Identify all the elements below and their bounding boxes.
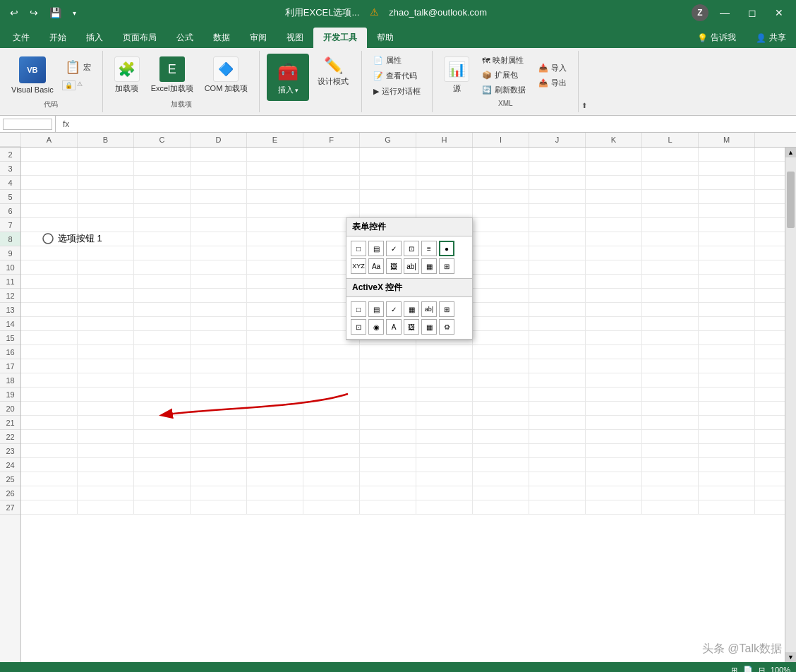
design-mode-button[interactable]: ✏️ 设计模式 xyxy=(312,54,354,90)
cell-I16[interactable] xyxy=(473,345,529,359)
cell-B5[interactable] xyxy=(78,190,134,204)
row-header-2[interactable]: 2 xyxy=(0,148,20,162)
row-header-14[interactable]: 14 xyxy=(0,317,20,331)
scroll-up-button[interactable]: ▲ xyxy=(785,148,796,157)
cell-E25[interactable] xyxy=(247,472,303,486)
cell-G6[interactable] xyxy=(360,204,416,218)
cell-A21[interactable] xyxy=(21,416,78,430)
cell-D22[interactable] xyxy=(191,430,247,444)
cell-M24[interactable] xyxy=(699,458,755,472)
cell-J12[interactable] xyxy=(529,289,586,303)
restore-button[interactable]: ◻ xyxy=(741,4,764,21)
cell-K21[interactable] xyxy=(586,416,642,430)
row-header-9[interactable]: 9 xyxy=(0,246,20,260)
cell-J3[interactable] xyxy=(529,162,586,176)
cell-B3[interactable] xyxy=(78,162,134,176)
cell-J27[interactable] xyxy=(529,500,586,515)
cell-M13[interactable] xyxy=(699,303,755,317)
cell-J5[interactable] xyxy=(529,190,586,204)
cell-F22[interactable] xyxy=(303,430,360,444)
cell-D12[interactable] xyxy=(191,289,247,303)
cell-D26[interactable] xyxy=(191,486,247,500)
cell-D4[interactable] xyxy=(191,176,247,190)
row-header-24[interactable]: 24 xyxy=(0,458,20,472)
cell-D19[interactable] xyxy=(191,388,247,402)
cell-K3[interactable] xyxy=(586,162,642,176)
cell-A10[interactable] xyxy=(21,260,78,275)
cell-E10[interactable] xyxy=(247,260,303,275)
macro-button[interactable]: 📋 宏 xyxy=(61,56,95,78)
cell-M6[interactable] xyxy=(699,204,755,218)
cell-G22[interactable] xyxy=(360,430,416,444)
activex-checkbox[interactable]: ✓ xyxy=(386,301,402,317)
cell-G24[interactable] xyxy=(360,458,416,472)
cell-D11[interactable] xyxy=(191,275,247,289)
cell-H19[interactable] xyxy=(416,388,473,402)
row-header-23[interactable]: 23 xyxy=(0,444,20,458)
row-header-4[interactable]: 4 xyxy=(0,176,20,190)
cell-H23[interactable] xyxy=(416,444,473,458)
cell-F21[interactable] xyxy=(303,416,360,430)
cell-D9[interactable] xyxy=(191,246,247,260)
cell-M12[interactable] xyxy=(699,289,755,303)
form-control-label[interactable]: XYZ xyxy=(351,258,366,274)
cell-A26[interactable] xyxy=(21,486,78,500)
cell-E3[interactable] xyxy=(247,162,303,176)
cell-G23[interactable] xyxy=(360,444,416,458)
cell-L6[interactable] xyxy=(642,204,699,218)
cell-I3[interactable] xyxy=(473,162,529,176)
activex-radio[interactable]: ◉ xyxy=(368,319,384,335)
cell-B13[interactable] xyxy=(78,303,134,317)
cell-A27[interactable] xyxy=(21,500,78,515)
cell-I17[interactable] xyxy=(473,359,529,373)
activex-listbox[interactable]: ▦ xyxy=(404,301,419,317)
cell-L8[interactable] xyxy=(642,232,699,246)
cell-F18[interactable] xyxy=(303,373,360,388)
cell-D23[interactable] xyxy=(191,444,247,458)
cell-M23[interactable] xyxy=(699,444,755,458)
cell-L17[interactable] xyxy=(642,359,699,373)
row-header-19[interactable]: 19 xyxy=(0,388,20,402)
form-control-spinner[interactable]: ⊡ xyxy=(404,241,419,256)
run-dialog-button[interactable]: ▶ 运行对话框 xyxy=(369,85,425,98)
cell-M21[interactable] xyxy=(699,416,755,430)
cell-H16[interactable] xyxy=(416,345,473,359)
macro-security-icon[interactable]: 🔒 xyxy=(62,80,76,90)
view-code-button[interactable]: 📝 查看代码 xyxy=(369,69,425,83)
cell-L18[interactable] xyxy=(642,373,699,388)
row-header-20[interactable]: 20 xyxy=(0,402,20,416)
cell-B12[interactable] xyxy=(78,289,134,303)
cell-D16[interactable] xyxy=(191,345,247,359)
customize-qat-button[interactable]: ▾ xyxy=(68,8,80,18)
cell-F24[interactable] xyxy=(303,458,360,472)
cell-F19[interactable] xyxy=(303,388,360,402)
cell-C14[interactable] xyxy=(134,317,191,331)
cell-A24[interactable] xyxy=(21,458,78,472)
cell-H24[interactable] xyxy=(416,458,473,472)
vertical-scrollbar[interactable]: ▲ ▼ xyxy=(785,148,796,662)
cell-J16[interactable] xyxy=(529,345,586,359)
com-addins-button[interactable]: 🔷 COM 加载项 xyxy=(200,54,253,97)
tab-data[interactable]: 数据 xyxy=(203,28,240,48)
tab-file[interactable]: 文件 xyxy=(3,28,40,48)
cell-B19[interactable] xyxy=(78,388,134,402)
cell-F20[interactable] xyxy=(303,402,360,416)
cell-E5[interactable] xyxy=(247,190,303,204)
cell-C3[interactable] xyxy=(134,162,191,176)
cell-M25[interactable] xyxy=(699,472,755,486)
cell-K7[interactable] xyxy=(586,218,642,232)
row-header-18[interactable]: 18 xyxy=(0,373,20,388)
cell-E9[interactable] xyxy=(247,246,303,260)
cell-J18[interactable] xyxy=(529,373,586,388)
cell-D3[interactable] xyxy=(191,162,247,176)
refresh-data-button[interactable]: 🔄 刷新数据 xyxy=(478,83,530,97)
cell-E4[interactable] xyxy=(247,176,303,190)
map-properties-button[interactable]: 🗺 映射属性 xyxy=(478,54,530,67)
form-control-checkbox[interactable]: ✓ xyxy=(386,241,402,256)
col-header-b[interactable]: B xyxy=(78,133,134,147)
cell-A4[interactable] xyxy=(21,176,78,190)
cell-A15[interactable] xyxy=(21,331,78,345)
cell-G18[interactable] xyxy=(360,373,416,388)
cell-E24[interactable] xyxy=(247,458,303,472)
cell-H3[interactable] xyxy=(416,162,473,176)
